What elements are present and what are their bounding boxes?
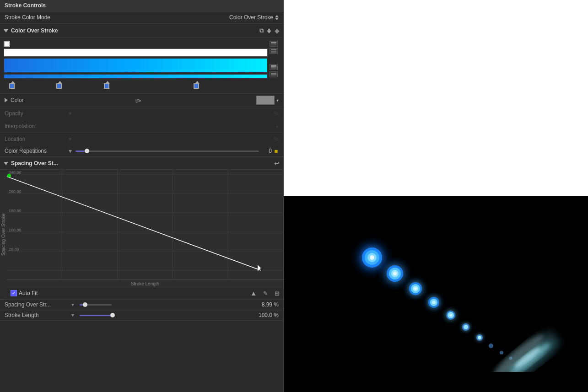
stroke-length-thumb[interactable] xyxy=(110,313,115,317)
graph-x-label: Stroke Length xyxy=(7,279,283,288)
stroke-length-diamond: ▾ xyxy=(71,312,74,318)
spacing-over-stroke-header: Spacing Over St... ↩ xyxy=(0,157,283,170)
spacing-value-slider[interactable] xyxy=(80,304,112,306)
svg-rect-3 xyxy=(271,49,276,50)
right-top-white xyxy=(284,0,588,196)
graph-canvas[interactable]: 340.00 260.00 180.00 100.00 20.00 xyxy=(7,170,283,279)
svg-rect-8 xyxy=(271,68,276,69)
auto-fit-label: Auto Fit xyxy=(19,290,38,296)
right-bottom-preview xyxy=(284,196,588,392)
color-over-stroke-header: Color Over Stroke ⧉ ◆ xyxy=(0,24,283,38)
left-panel: Stroke Controls Stroke Color Mode Color … xyxy=(0,0,284,392)
svg-point-61 xyxy=(500,351,503,354)
keyframe-diamond-icon[interactable]: ◆ xyxy=(275,27,280,34)
bottom-props: Spacing Over Str... ▾ 8.99 % Stroke Leng… xyxy=(0,300,283,321)
svg-point-45 xyxy=(393,272,397,275)
header-stepper-down[interactable] xyxy=(267,31,271,33)
header-stepper[interactable] xyxy=(267,28,271,33)
svg-rect-2 xyxy=(271,45,276,45)
gradient-icon-1[interactable] xyxy=(270,41,278,47)
stepper-up-icon[interactable] xyxy=(275,15,279,17)
spacing-reset-icon[interactable]: ↩ xyxy=(274,160,280,167)
graph-toolbar: ✓ Auto Fit ▲ ✎ ⊞ xyxy=(7,288,283,299)
color-rep-label: Color Repetitions xyxy=(5,148,69,154)
auto-fit-checkbox[interactable]: ✓ Auto Fit xyxy=(11,290,38,296)
svg-rect-9 xyxy=(271,73,276,74)
opacity-label: Opacity xyxy=(5,110,69,117)
svg-rect-10 xyxy=(271,74,276,75)
svg-point-62 xyxy=(509,356,512,360)
color-repetitions-row: Color Repetitions ▾ 0 ◆ xyxy=(0,145,283,157)
section-header-label: Stroke Controls xyxy=(5,2,46,9)
svg-rect-4 xyxy=(271,51,276,52)
copy-icon[interactable]: ⧉ xyxy=(258,26,265,35)
svg-rect-5 xyxy=(271,52,276,53)
svg-point-59 xyxy=(478,336,481,339)
svg-rect-1 xyxy=(271,44,276,44)
pen-tool-icon[interactable]: ✎ xyxy=(263,290,268,297)
spacing-value-thumb[interactable] xyxy=(83,302,87,307)
stroke-length-row: Stroke Length ▾ 100.0 % xyxy=(0,310,283,321)
color-rep-keyframe-icon[interactable]: ◆ xyxy=(273,147,280,155)
color-dropdown-arrow[interactable]: ▾ xyxy=(276,98,279,103)
svg-point-57 xyxy=(464,325,468,329)
gradient-main-area xyxy=(4,41,268,91)
graph-y-label: Spacing Over Stroke xyxy=(0,170,7,299)
color-row: Color ⌲ ▾ xyxy=(0,94,283,107)
interpolation-label: Interpolation xyxy=(5,123,69,129)
graph-inner[interactable]: 340.00 260.00 180.00 100.00 20.00 Stroke… xyxy=(7,170,283,299)
gradient-stop-0[interactable] xyxy=(9,83,15,89)
gradient-icon-2[interactable] xyxy=(270,48,278,54)
gradient-icon-4[interactable] xyxy=(270,71,278,77)
spacing-title: Spacing Over St... xyxy=(11,160,274,166)
stepper-down-icon[interactable] xyxy=(275,18,279,20)
gradient-stop-2[interactable] xyxy=(104,83,109,89)
header-stepper-up[interactable] xyxy=(267,28,271,31)
gradient-icon-3[interactable] xyxy=(270,64,278,70)
dots-preview xyxy=(299,216,573,372)
grid-tool-icon[interactable]: ⊞ xyxy=(275,290,280,297)
svg-text:260.00: 260.00 xyxy=(9,189,22,194)
stroke-length-label: Stroke Length xyxy=(5,312,69,318)
stroke-mode-stepper[interactable] xyxy=(275,15,279,20)
spacing-value-number: 8.99 % xyxy=(262,301,279,308)
gradient-side-icons xyxy=(270,41,280,91)
stroke-color-mode-dropdown[interactable]: Color Over Stroke xyxy=(229,14,279,21)
gradient-editor xyxy=(0,38,283,94)
location-row: Location ▾ % xyxy=(0,133,283,145)
stop-color-indicator[interactable] xyxy=(4,41,10,47)
gradient-stop-3[interactable] xyxy=(194,83,199,89)
interpolation-row: Interpolation ⬧ xyxy=(0,120,283,133)
color-rep-slider[interactable] xyxy=(76,150,259,152)
checkbox-box[interactable]: ✓ xyxy=(11,290,17,296)
gradient-blue-bar[interactable] xyxy=(4,58,268,73)
spacing-value-diamond: ▾ xyxy=(71,301,74,308)
color-expand-icon[interactable] xyxy=(5,98,8,102)
preview-svg xyxy=(299,216,573,372)
location-label: Location xyxy=(5,136,69,142)
opacity-suffix: % xyxy=(71,110,279,117)
cursor-tool-icon[interactable]: ▲ xyxy=(250,290,257,297)
color-rep-thumb[interactable] xyxy=(85,149,89,153)
gradient-thin-bar[interactable] xyxy=(4,74,268,79)
graph-container: Spacing Over Stroke xyxy=(0,170,283,300)
gradient-white-bar[interactable] xyxy=(4,48,268,57)
svg-point-49 xyxy=(414,287,417,290)
color-swatch[interactable] xyxy=(256,96,275,105)
spacing-collapse-icon[interactable] xyxy=(4,162,8,165)
collapse-icon[interactable] xyxy=(4,29,8,32)
stroke-length-number: 100.0 % xyxy=(259,312,279,318)
svg-point-52 xyxy=(432,301,436,304)
svg-point-60 xyxy=(489,344,493,348)
color-rep-value: 0 xyxy=(263,148,272,154)
svg-rect-0 xyxy=(271,42,276,43)
stroke-color-mode-label: Stroke Color Mode xyxy=(5,14,229,21)
gradient-stops xyxy=(4,81,268,89)
stroke-color-mode-value: Color Over Stroke xyxy=(229,14,273,21)
eyedropper-icon[interactable]: ⌲ xyxy=(135,97,141,104)
gradient-stop-1[interactable] xyxy=(56,83,62,89)
stroke-length-slider[interactable] xyxy=(80,315,112,316)
spacing-value-row: Spacing Over Str... ▾ 8.99 % xyxy=(0,300,283,310)
svg-point-55 xyxy=(449,314,452,317)
color-over-stroke-title: Color Over Stroke xyxy=(11,27,258,34)
